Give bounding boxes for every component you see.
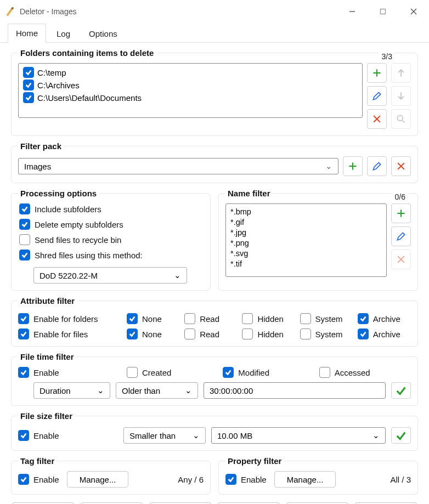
namefilter-group: Name filter 0/6 *.bmp *.gif *.jpg *.png … (218, 189, 418, 291)
time-created-checkbox[interactable]: Created (127, 367, 218, 378)
folder-checkbox[interactable] (23, 80, 34, 90)
filterpack-value: Images (24, 162, 51, 171)
remove-folder-button[interactable] (367, 109, 387, 129)
size-value-input[interactable]: 10.00 MB⌄ (211, 427, 386, 444)
folders-count: 3/3 (379, 52, 396, 61)
namefilter-legend: Name filter (225, 189, 273, 198)
filterpack-legend: Filter pack (18, 141, 64, 151)
pattern-item[interactable]: *.tif (230, 259, 382, 268)
time-mode-select[interactable]: Duration⌄ (33, 382, 110, 399)
shred-checkbox[interactable]: Shred files using this method: (19, 250, 204, 261)
property-enable-checkbox[interactable]: Enable (225, 474, 267, 485)
time-modified-checkbox[interactable]: Modified (223, 367, 314, 378)
folders-system-checkbox[interactable]: System (300, 313, 353, 324)
folders-archive-checkbox[interactable]: Archive (358, 313, 411, 324)
add-pack-button[interactable] (343, 156, 363, 176)
attribute-legend: Attribute filter (18, 296, 77, 305)
time-accessed-checkbox[interactable]: Accessed (319, 367, 411, 378)
pattern-item[interactable]: *.svg (230, 249, 382, 258)
files-hidden-checkbox[interactable]: Hidden (242, 329, 295, 339)
edit-pattern-button[interactable] (391, 226, 411, 246)
app-icon (4, 6, 15, 17)
include-subfolders-checkbox[interactable]: Include subfolders (19, 203, 204, 214)
chevron-down-icon: ⌄ (372, 431, 380, 440)
files-read-checkbox[interactable]: Read (184, 329, 238, 339)
time-value-input[interactable]: 30:00:00:00 (204, 382, 386, 399)
tag-enable-checkbox[interactable]: Enable (18, 474, 59, 485)
size-apply-button[interactable] (391, 427, 411, 444)
add-folder-button[interactable] (367, 63, 387, 83)
remove-pack-button[interactable] (391, 156, 411, 176)
folders-read-checkbox[interactable]: Read (184, 313, 238, 324)
chevron-down-icon: ⌄ (193, 431, 200, 440)
folders-group: Folders containing items to delete 3/3 C… (11, 48, 418, 136)
folder-path: C:\Archives (37, 81, 80, 90)
shred-method-select[interactable]: DoD 5220.22-M ⌄ (33, 267, 187, 284)
pattern-item[interactable]: *.png (230, 239, 382, 247)
edit-folder-button[interactable] (367, 86, 387, 106)
time-enable-checkbox[interactable]: Enable (18, 367, 122, 378)
namefilter-listbox[interactable]: *.bmp *.gif *.jpg *.png *.svg *.tif (225, 203, 387, 277)
folder-item[interactable]: C:\Users\Default\Documents (23, 92, 358, 103)
enable-folders-checkbox[interactable]: Enable for folders (18, 313, 122, 324)
files-none-checkbox[interactable]: None (127, 329, 180, 339)
tag-filter-group: Tag filter Enable Manage... Any / 6 (11, 456, 211, 495)
property-manage-button[interactable]: Manage... (274, 471, 336, 488)
folders-legend: Folders containing items to delete (18, 48, 156, 58)
remove-pattern-button[interactable] (391, 250, 411, 269)
folder-item[interactable]: C:\temp (23, 67, 358, 78)
size-filter-group: File size filter Enable Smaller than⌄ 10… (11, 411, 418, 451)
chevron-down-icon: ⌄ (185, 386, 192, 395)
folders-hidden-checkbox[interactable]: Hidden (242, 313, 295, 324)
minimize-button[interactable] (337, 0, 368, 23)
folder-path: C:\Users\Default\Documents (37, 93, 142, 103)
window-title: Deletor - Images (20, 7, 76, 16)
svg-point-10 (397, 115, 403, 121)
pattern-item[interactable]: *.gif (230, 218, 382, 226)
filterpack-combo[interactable]: Images ⌄ (18, 158, 338, 174)
recycle-checkbox[interactable]: Send files to recycle bin (19, 234, 204, 245)
move-down-button[interactable] (391, 86, 411, 106)
bottom-button-bar: Preview Delete Shred... Help About... Cl… (11, 500, 418, 504)
tag-count: Any / 6 (178, 475, 204, 484)
processing-group: Processing options Include subfolders De… (11, 189, 211, 291)
folder-path: C:\temp (37, 68, 66, 77)
folders-none-checkbox[interactable]: None (127, 313, 180, 324)
folder-checkbox[interactable] (23, 67, 34, 78)
maximize-button[interactable] (368, 0, 398, 23)
namefilter-count: 0/6 (392, 192, 409, 201)
enable-files-checkbox[interactable]: Enable for files (18, 329, 122, 339)
folders-listbox[interactable]: C:\temp C:\Archives C:\Users\Default\Doc… (18, 63, 363, 118)
chevron-down-icon: ⌄ (174, 270, 181, 280)
size-op-select[interactable]: Smaller than⌄ (123, 427, 206, 444)
property-count: All / 3 (390, 475, 411, 484)
titlebar: Deletor - Images (0, 0, 429, 23)
close-window-button[interactable] (398, 0, 429, 23)
size-legend: File size filter (18, 411, 75, 421)
chevron-down-icon: ⌄ (97, 386, 104, 395)
folder-checkbox[interactable] (23, 92, 34, 103)
files-archive-checkbox[interactable]: Archive (358, 329, 411, 339)
tab-home[interactable]: Home (8, 24, 46, 43)
tab-log[interactable]: Log (48, 24, 78, 43)
svg-rect-1 (381, 9, 386, 14)
tag-manage-button[interactable]: Manage... (67, 471, 129, 488)
chevron-down-icon: ⌄ (325, 161, 332, 171)
time-op-select[interactable]: Older than⌄ (116, 382, 198, 399)
edit-pack-button[interactable] (367, 156, 387, 176)
delete-empty-checkbox[interactable]: Delete empty subfolders (19, 219, 204, 230)
svg-line-11 (403, 121, 405, 123)
tag-legend: Tag filter (18, 456, 57, 466)
folder-item[interactable]: C:\Archives (23, 80, 358, 90)
move-up-button[interactable] (391, 63, 411, 83)
time-apply-button[interactable] (391, 382, 411, 399)
find-button[interactable] (391, 109, 411, 129)
add-pattern-button[interactable] (391, 203, 411, 223)
tab-options[interactable]: Options (81, 24, 126, 43)
pattern-item[interactable]: *.bmp (230, 207, 382, 216)
pattern-item[interactable]: *.jpg (230, 228, 382, 237)
files-system-checkbox[interactable]: System (300, 329, 353, 339)
time-filter-group: File time filter Enable Created Modified… (11, 352, 418, 406)
filterpack-group: Filter pack Images ⌄ (11, 141, 418, 183)
size-enable-checkbox[interactable]: Enable (18, 430, 118, 441)
